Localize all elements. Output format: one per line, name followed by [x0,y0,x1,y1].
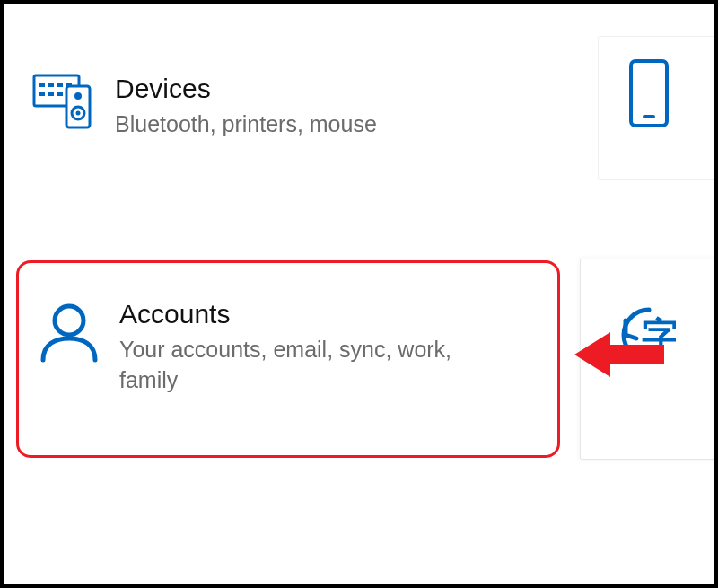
svg-rect-14 [643,115,655,118]
accounts-text: Accounts Your accounts, email, sync, wor… [119,299,543,396]
settings-tile-accounts[interactable]: Accounts Your accounts, email, sync, wor… [16,260,560,458]
svg-point-15 [55,306,83,335]
svg-rect-5 [39,92,45,96]
annotation-arrow [574,330,664,379]
svg-rect-1 [39,83,45,87]
accounts-title: Accounts [119,299,543,329]
devices-subtitle: Bluetooth, printers, mouse [115,110,503,140]
svg-point-10 [74,92,82,100]
settings-tile-devices[interactable]: Devices Bluetooth, printers, mouse [14,52,517,162]
svg-rect-7 [57,92,63,96]
svg-rect-3 [57,83,63,87]
accounts-subtitle: Your accounts, email, sync, work, family [119,335,460,396]
settings-tile-phone[interactable] [598,36,718,180]
accounts-icon [33,299,105,365]
devices-icon [29,74,101,129]
devices-text: Devices Bluetooth, printers, mouse [115,74,503,140]
svg-rect-6 [48,92,54,96]
svg-marker-17 [574,332,664,377]
svg-rect-2 [48,83,54,87]
svg-point-12 [76,111,81,116]
partial-icon-bottom [29,574,86,588]
phone-icon [613,58,685,128]
devices-title: Devices [115,74,503,104]
